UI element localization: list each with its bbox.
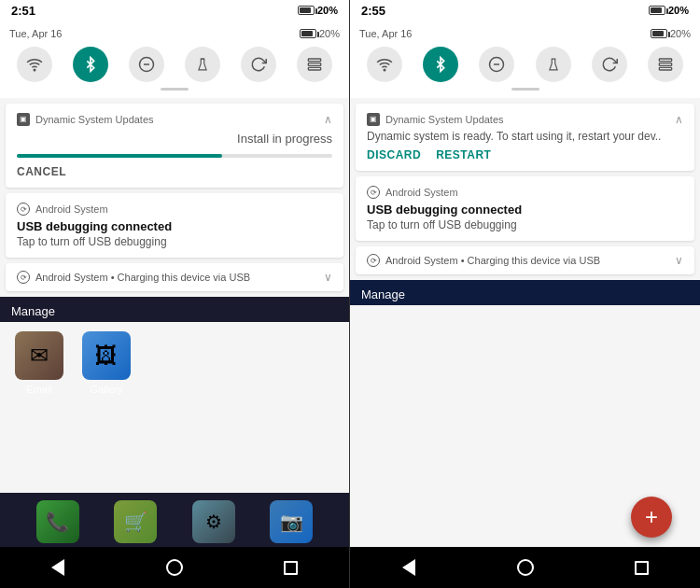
left-cancel-btn[interactable]: CANCEL [17,165,332,178]
left-recent-btn[interactable] [277,553,305,581]
qs-flashlight-right[interactable] [536,47,571,82]
left-camera-icon: 📷 [270,500,313,543]
svg-marker-11 [549,59,556,70]
right-date: Tue, Apr 16 [359,28,412,39]
right-status-bar: 2:55 20% [350,0,700,21]
right-restart-btn[interactable]: RESTART [436,148,491,161]
left-app-email[interactable]: ✉ Email [15,331,63,395]
qs-rotate-left[interactable] [241,47,276,82]
left-gallery-icon: 🖼 [82,331,131,380]
right-discard-btn[interactable]: DISCARD [367,148,421,161]
qs-dnd-left[interactable] [129,47,164,82]
left-date-row: Tue, Apr 16 20% [9,28,340,39]
qs-bluetooth-left[interactable] [73,47,108,82]
right-manage-label: Manage [361,287,405,301]
left-dock-phone[interactable]: 📞 [36,500,79,543]
left-dsu-chevron: ∧ [324,113,332,126]
left-store-icon: 🛒 [114,500,157,543]
left-home-icon [166,559,183,576]
dsu-icon-left: ▣ [17,113,30,126]
right-collapsed-text: Android System • Charging this device vi… [385,255,600,266]
right-nav-bar [350,547,700,588]
right-android-title: USB debugging connected [367,203,683,217]
fab-icon: + [645,504,658,530]
right-dsu-app-name: Dynamic System Updates [385,114,504,125]
left-manage-label: Manage [11,304,55,318]
right-dsu-chevron: ∧ [675,113,683,126]
left-android-notification: ⟳ Android System USB debugging connected… [6,193,343,258]
left-dsu-app-name: Dynamic System Updates [35,114,154,125]
svg-rect-12 [659,59,671,62]
left-time: 2:51 [11,4,35,18]
right-dsu-body: Dynamic system is ready. To start using … [367,130,683,143]
right-dsu-actions: DISCARD RESTART [367,148,683,161]
right-battery-pct: 20% [668,5,689,16]
svg-rect-6 [308,63,320,66]
left-back-btn[interactable] [44,553,72,581]
right-collapsed-notification[interactable]: ⟳ Android System • Charging this device … [356,246,694,274]
right-manage-section: Manage [350,280,700,305]
left-progress-container [17,154,332,158]
right-home-btn[interactable] [511,553,539,581]
qs-rotate-right[interactable] [592,47,627,82]
qs-data-right[interactable] [648,47,683,82]
left-battery: 20% [298,5,338,16]
left-dsu-app-row: ▣ Dynamic System Updates [17,113,154,126]
svg-rect-14 [659,67,671,70]
android-icon-left: ⟳ [17,203,30,216]
left-app-gallery[interactable]: 🖼 Gallery [82,331,131,395]
left-collapsed-chevron: ∨ [324,271,332,284]
android-icon-collapsed-left: ⟳ [17,271,30,284]
left-dock-store[interactable]: 🛒 [114,500,157,543]
left-app-grid: ✉ Email 🖼 Gallery [15,331,334,395]
left-android-app-row: ⟳ Android System [17,203,332,216]
left-dsu-notification: ▣ Dynamic System Updates ∧ Install in pr… [6,104,343,188]
battery-icon [298,6,315,15]
left-back-icon [51,559,64,576]
left-dsu-status: Install in progress [237,132,332,146]
dsu-icon-right: ▣ [367,113,380,126]
left-collapsed-notification[interactable]: ⟳ Android System • Charging this device … [6,263,343,291]
qs-bluetooth-right[interactable] [423,47,458,82]
right-back-icon [402,559,415,576]
right-dsu-app-row: ▣ Dynamic System Updates [367,113,504,126]
qs-wifi-right[interactable] [367,47,402,82]
right-collapsed-chevron: ∨ [675,254,683,267]
right-android-app-row: ⟳ Android System [367,186,683,199]
right-recent-btn[interactable] [628,553,656,581]
right-qs-battery-icon [651,29,667,38]
android-icon-right: ⟳ [367,186,380,199]
left-status-bar: 2:51 20% [0,0,349,21]
svg-rect-5 [308,59,320,62]
left-qs-icons [9,47,340,82]
left-drag-handle [161,88,189,91]
right-android-body: Tap to turn off USB debugging [367,218,683,231]
svg-point-0 [34,69,35,71]
left-home-btn[interactable] [161,553,189,581]
right-home-icon [517,559,534,576]
left-notifications: ▣ Dynamic System Updates ∧ Install in pr… [0,98,349,493]
right-fab[interactable]: + [631,497,672,538]
android-icon-collapsed-right: ⟳ [367,254,380,267]
right-qs-icons [359,47,691,82]
qs-wifi-left[interactable] [17,47,52,82]
right-back-btn[interactable] [395,553,423,581]
right-battery: 20% [649,5,689,16]
left-dock-settings[interactable]: ⚙ [192,500,235,543]
left-android-title: USB debugging connected [17,219,332,233]
left-nav-bar [0,547,349,588]
right-dsu-notification: ▣ Dynamic System Updates ∧ Dynamic syste… [356,104,694,171]
qs-dnd-right[interactable] [479,47,514,82]
right-battery-icon [649,6,665,15]
qs-flashlight-left[interactable] [185,47,220,82]
svg-marker-3 [199,59,206,70]
left-email-icon: ✉ [15,331,63,380]
qs-data-left[interactable] [297,47,332,82]
left-dock-camera[interactable]: 📷 [270,500,313,543]
left-gallery-label: Gallery [91,384,123,395]
left-collapsed-text-row: ⟳ Android System • Charging this device … [17,271,250,284]
svg-rect-7 [308,67,320,70]
left-panel: 2:51 20% Tue, Apr 16 20% [0,0,350,588]
right-dsu-header: ▣ Dynamic System Updates ∧ [367,113,683,126]
right-recent-icon [635,561,649,575]
